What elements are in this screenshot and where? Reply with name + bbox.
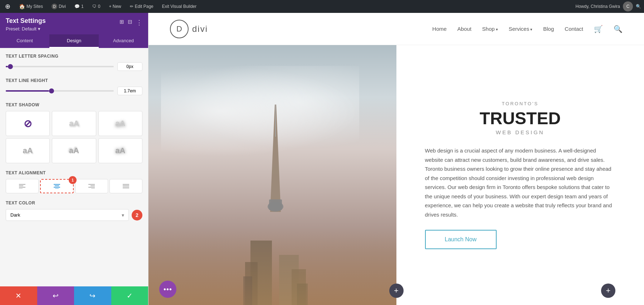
wordpress-icon[interactable]: ⊕ — [3, 0, 13, 13]
letter-spacing-input[interactable]: 0px — [117, 62, 142, 71]
tab-content[interactable]: Content — [0, 34, 49, 48]
launch-now-button[interactable]: Launch Now — [425, 230, 497, 249]
text-color-select[interactable]: Dark Light — [6, 209, 129, 221]
line-height-slider-row: 1.7em — [6, 87, 142, 95]
save-button[interactable]: ✓ — [111, 286, 148, 305]
trusted-title: TRUSTED — [425, 109, 616, 128]
text-alignment-group: Text Alignment 1 — [6, 170, 142, 193]
panel-header: Text Settings Preset: Default ▾ ⊞ ⊟ ⋮ — [0, 13, 148, 34]
toronto-label: TORONTO'S — [425, 101, 616, 106]
align-center[interactable]: 1 — [40, 179, 74, 193]
shadow-option-2[interactable]: aA — [98, 111, 142, 136]
shadow-option-4[interactable]: aA — [52, 138, 96, 163]
letter-spacing-thumb[interactable] — [8, 64, 13, 69]
undo-button[interactable]: ↩ — [37, 286, 74, 305]
tab-advanced[interactable]: Advanced — [99, 34, 148, 48]
text-shadow-group: Text Shadow ⊘ aA aA aA aA — [6, 102, 142, 163]
web-design-label: WEB DESIGN — [425, 129, 616, 135]
letter-spacing-label: Text Letter Spacing — [6, 54, 142, 59]
cart-icon[interactable]: 🛒 — [594, 25, 603, 33]
tab-design[interactable]: Design — [49, 34, 99, 48]
site-content: TORONTO'S TRUSTED WEB DESIGN Web design … — [148, 45, 644, 305]
add-section-button-2[interactable]: + — [601, 284, 615, 298]
panel-menu-icon[interactable]: ⋮ — [136, 19, 142, 26]
shadow-option-1[interactable]: aA — [52, 111, 96, 136]
shadow-none[interactable]: ⊘ — [6, 111, 50, 136]
edit-page-button[interactable]: ✏ Edit Page — [128, 0, 156, 13]
line-height-thumb[interactable] — [49, 88, 54, 93]
site-text-col: TORONTO'S TRUSTED WEB DESIGN Web design … — [396, 45, 644, 305]
panel-content: Text Letter Spacing 0px Text Line Height — [0, 48, 148, 286]
text-alignment-label: Text Alignment — [6, 170, 142, 175]
nav-blog[interactable]: Blog — [543, 26, 554, 32]
main-layout: Text Settings Preset: Default ▾ ⊞ ⊟ ⋮ Co… — [0, 13, 644, 305]
shadow-grid: ⊘ aA aA aA aA aA — [6, 111, 142, 163]
nav-contact[interactable]: Contact — [565, 26, 583, 32]
nav-services[interactable]: Services — [509, 26, 533, 32]
add-section-right: + — [601, 284, 615, 298]
site-menu: Home About Shop Services Blog Contact 🛒 … — [432, 25, 623, 33]
shadow-option-5[interactable]: aA — [98, 138, 142, 163]
left-panel: Text Settings Preset: Default ▾ ⊞ ⊟ ⋮ Co… — [0, 13, 148, 305]
user-greeting: Howdy, Christina Gwira C 🔍 — [576, 1, 641, 11]
letter-spacing-slider-row: 0px — [6, 62, 142, 71]
shadow-option-3[interactable]: aA — [6, 138, 50, 163]
panel-title: Text Settings — [6, 17, 46, 25]
line-height-input[interactable]: 1.7em — [117, 87, 142, 95]
floating-menu: ••• — [159, 281, 176, 298]
preview-area: D divi Home About Shop Services Blog Con… — [148, 13, 644, 305]
nav-shop[interactable]: Shop — [482, 26, 498, 32]
search-icon[interactable]: 🔍 — [614, 25, 623, 33]
cancel-button[interactable]: ✕ — [0, 286, 37, 305]
panel-resize-icon[interactable]: ⊞ — [119, 19, 124, 26]
nav-home[interactable]: Home — [432, 26, 447, 32]
nav-about[interactable]: About — [457, 26, 471, 32]
text-color-row: Dark Light ▾ 2 — [6, 209, 142, 221]
badge-2: 2 — [132, 210, 142, 221]
exit-builder-button[interactable]: Exit Visual Builder — [160, 0, 199, 13]
add-section-center: + — [389, 284, 404, 298]
alignment-row: 1 — [6, 179, 142, 193]
letter-spacing-group: Text Letter Spacing 0px — [6, 54, 142, 71]
site-description: Web design is a crucial aspect of any mo… — [425, 146, 616, 219]
svg-rect-21 — [275, 105, 276, 137]
line-height-group: Text Line Height 1.7em — [6, 78, 142, 95]
text-shadow-label: Text Shadow — [6, 102, 142, 107]
text-color-group: Text Color Dark Light ▾ 2 — [6, 200, 142, 221]
text-color-label: Text Color — [6, 200, 142, 205]
letter-spacing-track[interactable] — [6, 66, 114, 67]
line-height-label: Text Line Height — [6, 78, 142, 83]
admin-bar: ⊕ 🏠 My Sites D Divi 💬 1 🗨 0 + New ✏ Edit… — [0, 0, 644, 13]
svg-rect-20 — [269, 199, 282, 210]
panel-layout-icon[interactable]: ⊟ — [128, 19, 132, 26]
panel-preset[interactable]: Preset: Default ▾ — [6, 26, 46, 32]
align-left[interactable] — [6, 179, 39, 193]
panel-footer: ✕ ↩ ↪ ✓ — [0, 286, 148, 305]
panel-tabs: Content Design Advanced — [0, 34, 148, 48]
add-section-button-1[interactable]: + — [389, 284, 404, 298]
line-height-fill — [6, 90, 49, 92]
redo-button[interactable]: ↪ — [74, 286, 111, 305]
logo-circle: D — [170, 20, 189, 38]
divi-link[interactable]: D Divi — [49, 0, 68, 13]
align-justify[interactable] — [109, 179, 142, 193]
new-button[interactable]: + New — [107, 0, 123, 13]
line-height-track[interactable] — [6, 90, 114, 92]
comments2-link[interactable]: 🗨 0 — [90, 0, 103, 13]
user-avatar[interactable]: C — [623, 1, 633, 11]
badge-1: 1 — [69, 176, 77, 184]
my-sites-link[interactable]: 🏠 My Sites — [17, 0, 45, 13]
dots-menu-button[interactable]: ••• — [159, 281, 176, 298]
site-nav: D divi Home About Shop Services Blog Con… — [148, 13, 644, 45]
site-logo: D divi — [170, 20, 208, 38]
align-right[interactable] — [75, 179, 108, 193]
comments-link[interactable]: 💬 1 — [72, 0, 86, 13]
no-shadow-icon: ⊘ — [24, 118, 32, 130]
site-image-col — [148, 45, 396, 305]
logo-text: divi — [192, 24, 208, 34]
